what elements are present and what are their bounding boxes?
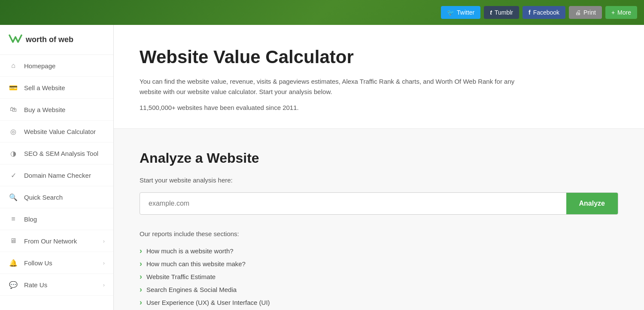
list-item: How much is a website worth? — [140, 244, 618, 257]
tumblr-icon: t — [490, 9, 492, 16]
print-button[interactable]: 🖨 Print — [569, 6, 602, 19]
blog-icon: ≡ — [9, 214, 18, 224]
seo-icon: ◑ — [9, 149, 18, 158]
calculator-icon: ◎ — [9, 127, 18, 136]
chevron-right-icon: › — [103, 238, 105, 244]
page-title: Website Value Calculator — [140, 46, 618, 68]
sell-icon: 💳 — [9, 83, 18, 92]
twitter-icon: 🐦 — [447, 9, 454, 16]
analyzer-section: Analyze a Website Start your website ana… — [114, 129, 644, 310]
layout: worth of web ⌂ Homepage 💳 Sell a Website… — [0, 25, 644, 310]
reports-label: Our reports include these sections: — [140, 230, 618, 237]
url-input[interactable] — [140, 193, 566, 214]
hero-description: You can find the website value, revenue,… — [140, 76, 526, 97]
buy-icon: 🛍 — [9, 105, 18, 114]
print-icon: 🖨 — [575, 9, 581, 16]
tumblr-button[interactable]: t Tumblr — [484, 6, 519, 19]
sidebar-item-follow[interactable]: 🔔 Follow Us › — [0, 252, 113, 274]
analyze-button[interactable]: Analyze — [566, 193, 618, 214]
list-item: Search Engines & Social Media — [140, 283, 618, 296]
report-list: How much is a website worth? How much ca… — [140, 244, 618, 309]
sidebar-item-homepage[interactable]: ⌂ Homepage — [0, 55, 113, 77]
sidebar: worth of web ⌂ Homepage 💳 Sell a Website… — [0, 25, 114, 310]
more-button[interactable]: + More — [605, 6, 637, 19]
logo-icon — [9, 33, 22, 47]
bell-icon: 🔔 — [9, 258, 18, 267]
list-item: Website Traffic Estimate — [140, 270, 618, 283]
chevron-right-icon: › — [103, 260, 105, 266]
sidebar-item-blog[interactable]: ≡ Blog — [0, 208, 113, 230]
plus-icon: + — [611, 9, 615, 16]
url-search-row: Analyze — [140, 192, 618, 215]
list-item: How much can this website make? — [140, 257, 618, 270]
sidebar-item-calculator[interactable]: ◎ Website Value Calculator — [0, 121, 113, 143]
sidebar-item-network[interactable]: 🖥 From Our Network › — [0, 230, 113, 252]
facebook-icon: f — [529, 9, 531, 16]
analyzer-title: Analyze a Website — [140, 150, 618, 166]
twitter-button[interactable]: 🐦 Twitter — [441, 6, 480, 19]
sidebar-item-rate[interactable]: 💬 Rate Us › — [0, 274, 113, 296]
home-icon: ⌂ — [9, 61, 18, 70]
logo: worth of web — [0, 25, 113, 55]
sidebar-item-buy[interactable]: 🛍 Buy a Website — [0, 99, 113, 121]
main-content: Website Value Calculator You can find th… — [114, 25, 644, 310]
analyzer-subtitle: Start your website analysis here: — [140, 176, 618, 184]
list-item: User Experience (UX) & User Interface (U… — [140, 296, 618, 309]
network-icon: 🖥 — [9, 236, 18, 246]
sidebar-item-seo[interactable]: ◑ SEO & SEM Analysis Tool — [0, 143, 113, 164]
logo-text: worth of web — [26, 35, 73, 44]
domain-icon: ✓ — [9, 170, 18, 180]
search-icon: 🔍 — [9, 192, 18, 202]
chevron-right-icon: › — [103, 282, 105, 288]
hero-stats: 11,500,000+ websites have been evaluated… — [140, 104, 618, 111]
rate-icon: 💬 — [9, 280, 18, 289]
sidebar-item-sell[interactable]: 💳 Sell a Website — [0, 77, 113, 99]
sidebar-item-quicksearch[interactable]: 🔍 Quick Search — [0, 186, 113, 208]
sidebar-item-domain[interactable]: ✓ Domain Name Checker — [0, 164, 113, 186]
facebook-button[interactable]: f Facebook — [522, 6, 565, 19]
top-bar: 🐦 Twitter t Tumblr f Facebook 🖨 Print + … — [0, 0, 644, 25]
hero-section: Website Value Calculator You can find th… — [114, 25, 644, 129]
